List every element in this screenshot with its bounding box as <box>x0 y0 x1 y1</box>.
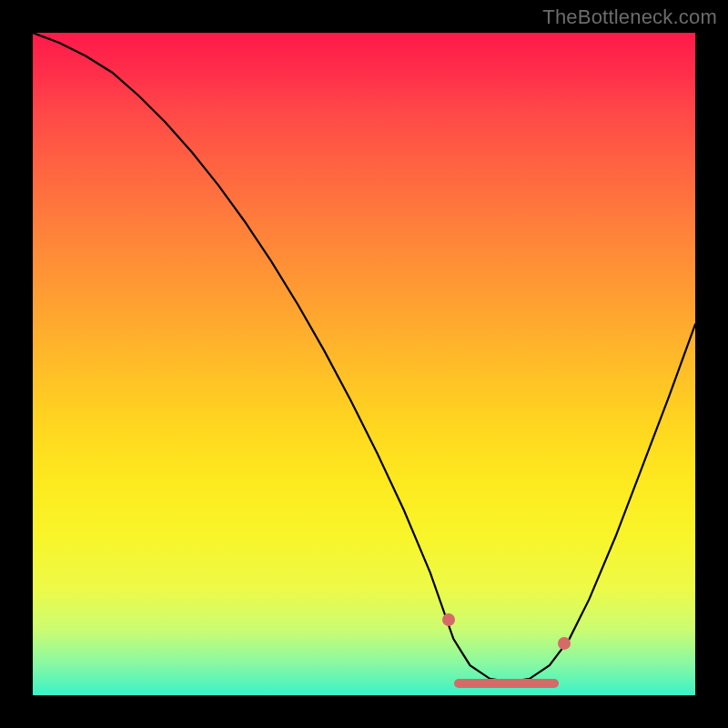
chart-area <box>33 33 695 695</box>
optimal-range-right-dot <box>558 637 571 650</box>
watermark-text: TheBottleneck.com <box>542 5 717 29</box>
bottleneck-curve <box>33 33 695 695</box>
optimal-range-indicator <box>454 679 559 688</box>
